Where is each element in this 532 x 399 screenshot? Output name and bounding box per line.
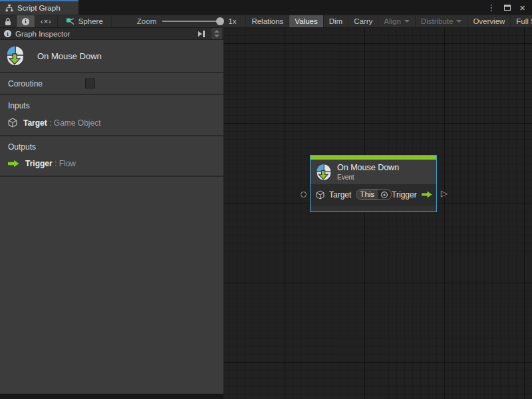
target-value-pill[interactable]: This (356, 189, 392, 200)
flow-arrow-icon (8, 160, 19, 168)
tab-script-graph[interactable]: Script Graph (0, 0, 78, 15)
node-footer (311, 205, 436, 211)
coroutine-checkbox[interactable] (85, 78, 95, 88)
overview-button[interactable]: Overview (467, 15, 511, 27)
stepper-down-icon[interactable] (214, 35, 219, 37)
output-port-line: Trigger : Flow (8, 159, 215, 168)
graph-pointer-button[interactable]: Sphere (58, 15, 112, 27)
inspector-toggle-button[interactable]: i (17, 15, 35, 27)
fullscreen-label: Full Screen (516, 17, 532, 25)
node-title: On Mouse Down (337, 163, 399, 172)
lock-icon (5, 17, 11, 26)
values-button[interactable]: Values (289, 15, 323, 27)
carry-button[interactable]: Carry (348, 15, 378, 27)
dock-triangle (198, 31, 202, 37)
game-object-cube-icon (316, 190, 325, 200)
graph-network-icon (66, 17, 75, 25)
inputs-heading: Inputs (8, 101, 215, 110)
graph-window-body: On Mouse Down Event Target This (0, 28, 532, 399)
relations-label: Relations (251, 17, 283, 25)
align-dropdown[interactable]: Align (378, 15, 416, 27)
object-picker-icon[interactable] (378, 191, 391, 199)
window-menu-icon[interactable]: ⋮ (487, 3, 495, 12)
relations-button[interactable]: Relations (245, 15, 289, 27)
stepper-up-icon[interactable] (214, 30, 219, 33)
overview-label: Overview (473, 17, 505, 25)
node-output-port[interactable]: Trigger (392, 190, 432, 200)
graph-inspector-header: i Graph Inspector (0, 28, 223, 40)
graph-inspector-title: Graph Inspector (15, 30, 70, 38)
outputs-heading: Outputs (8, 142, 215, 152)
coroutine-row: Coroutine (0, 73, 223, 95)
coroutine-label: Coroutine (8, 79, 85, 88)
chevron-down-icon (456, 20, 462, 23)
dock-panel-icon[interactable] (198, 31, 207, 37)
distribute-dropdown[interactable]: Distribute (416, 15, 468, 27)
window-controls: ⋮ × (487, 0, 532, 15)
close-icon[interactable]: × (519, 3, 525, 13)
zoom-value: 1x (228, 17, 236, 25)
node-ports-row: Target This Trigger (311, 184, 436, 205)
output-port-type: : Flow (55, 159, 76, 168)
node-input-label: Target (329, 190, 351, 200)
input-port-line: Target : Game Object (8, 118, 215, 128)
dim-label: Dim (329, 17, 342, 25)
inspector-unit-title: On Mouse Down (37, 51, 102, 61)
inputs-section: Inputs Target : Game Object (0, 95, 223, 136)
info-icon: i (4, 30, 11, 37)
input-port-type: : Game Object (49, 118, 100, 128)
dim-button[interactable]: Dim (324, 15, 348, 27)
node-on-mouse-down[interactable]: On Mouse Down Event Target This (310, 155, 437, 212)
carry-label: Carry (354, 17, 372, 25)
external-output-port-icon[interactable]: ▷ (441, 189, 448, 198)
inspector-empty-area (0, 177, 223, 394)
outputs-section: Outputs Trigger : Flow (0, 136, 223, 177)
preview-code-button[interactable]: ‹×› (35, 15, 58, 27)
node-input-port[interactable]: Target This (316, 189, 392, 200)
dock-bar (203, 31, 205, 37)
lock-button[interactable] (0, 15, 17, 27)
target-value-label: This (356, 190, 378, 200)
graph-pointer-label: Sphere (78, 17, 103, 25)
graph-toolbar: i ‹×› Sphere Zoom 1x Relations Values Di… (0, 15, 532, 28)
align-label: Align (384, 17, 401, 25)
fullscreen-button[interactable]: Full Screen (511, 15, 532, 27)
graph-inspector-panel: i Graph Inspector On Mouse (0, 28, 223, 394)
chevron-down-icon (404, 20, 410, 23)
external-input-port-icon[interactable] (301, 192, 307, 198)
flow-arrow-icon (422, 191, 432, 198)
mouse-down-icon (7, 46, 24, 66)
tab-label: Script Graph (17, 4, 61, 12)
zoom-slider[interactable] (162, 21, 222, 22)
inspector-unit-title-row: On Mouse Down (0, 40, 223, 73)
game-object-cube-icon (8, 118, 17, 128)
input-port-name: Target (23, 118, 47, 128)
window-tab-bar: Script Graph ⋮ × (0, 0, 532, 15)
mouse-down-icon (317, 164, 331, 181)
panel-bottom-edge (0, 394, 223, 399)
zoom-slider-handle[interactable] (216, 17, 224, 25)
maximize-icon[interactable] (504, 5, 511, 11)
zoom-label: Zoom (137, 17, 156, 25)
zoom-control: Zoom 1x (112, 15, 246, 27)
output-port-name: Trigger (25, 159, 53, 168)
node-subtitle: Event (337, 174, 399, 181)
node-header[interactable]: On Mouse Down Event (311, 160, 436, 184)
code-icon: ‹×› (41, 17, 52, 25)
values-label: Values (295, 17, 317, 25)
distribute-label: Distribute (421, 17, 454, 25)
script-graph-icon (5, 4, 13, 12)
info-icon: i (22, 18, 29, 25)
panel-stepper[interactable] (211, 28, 222, 39)
node-output-label: Trigger (392, 190, 417, 200)
